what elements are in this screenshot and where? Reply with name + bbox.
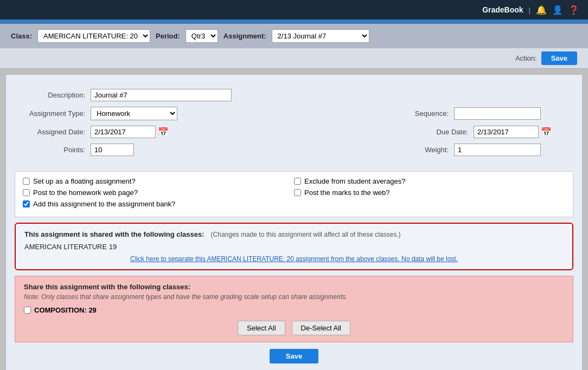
top-bar-separator: | [529,6,531,14]
assigned-date-input[interactable] [91,126,156,138]
accent-bar [0,20,588,24]
floating-checkbox[interactable] [23,178,30,185]
add-bank-checkbox-row: Add this assignment to the assignment ba… [23,200,294,208]
select-all-button[interactable]: Select All [238,321,285,335]
composition-29-label: COMPOSITION: 29 [34,306,97,314]
description-label: Description: [15,91,91,99]
post-marks-checkbox[interactable] [294,189,301,196]
shared-class-name: AMERICAN LITERATURE 19 [24,243,564,251]
class-select[interactable]: AMERICAN LITERATURE: 20 [37,29,150,43]
checkboxes-section: Set up as a floating assignment? Post to… [15,171,573,217]
assignment-label: Assignment: [223,32,266,40]
points-row: Points: Weight: [15,144,573,156]
class-label: Class: [11,32,32,40]
top-bar: GradeBook | 🔔 👤 ❓ [0,0,588,20]
post-homework-label: Post to the homework web page? [33,189,138,197]
main-content: Description: Assignment Type: Homework Q… [5,74,583,370]
action-bar: Action: Save [0,48,588,69]
add-bank-label: Add this assignment to the assignment ba… [33,200,175,208]
weight-label: Weight: [378,146,454,154]
post-homework-checkbox[interactable] [23,189,30,196]
post-marks-label: Post the marks to the web? [304,189,390,197]
points-label: Points: [15,146,91,154]
share-composition-row: COMPOSITION: 29 [24,306,564,314]
assigned-date-label: Assigned Date: [15,128,91,136]
checkboxes-two-col: Set up as a floating assignment? Post to… [23,177,565,211]
shared-box-title: This assignment is shared with the follo… [24,230,204,238]
exclude-label: Exclude from student averages? [304,177,405,185]
assignment-type-label: Assignment Type: [15,109,91,118]
floating-checkbox-row: Set up as a floating assignment? [23,177,294,185]
share-section-note: Note: Only classes that share assignment… [24,293,564,301]
points-input[interactable] [91,144,134,156]
period-select[interactable]: Qtr3 [186,29,218,43]
share-section: Share this assignment with the following… [15,276,573,342]
shared-box: This assignment is shared with the follo… [15,223,573,270]
description-row: Description: [15,89,573,101]
save-button[interactable]: Save [541,51,577,65]
help-icon[interactable]: ❓ [568,5,579,15]
share-buttons: Select All De-Select All [24,321,564,335]
shared-box-header: This assignment is shared with the follo… [24,230,564,238]
bell-icon[interactable]: 🔔 [536,5,547,15]
action-label: Action: [515,54,537,62]
user-icon[interactable]: 👤 [552,5,563,15]
assignment-type-select[interactable]: Homework Quiz Test Project [91,107,177,120]
assignment-type-row: Assignment Type: Homework Quiz Test Proj… [15,107,573,120]
weight-input[interactable] [454,144,541,156]
deselect-all-button[interactable]: De-Select All [292,321,350,335]
bottom-save-button[interactable]: Save [270,349,318,363]
composition-29-checkbox[interactable] [24,307,31,314]
due-date-calendar-icon[interactable]: 📅 [541,127,552,137]
checkboxes-right-col: Exclude from student averages? Post the … [294,177,565,211]
assigned-date-calendar-icon[interactable]: 📅 [158,127,169,137]
post-homework-checkbox-row: Post to the homework web page? [23,189,294,197]
app-title: GradeBook [482,5,523,14]
assignment-select[interactable]: 2/13 Journal #7 [272,29,369,43]
dates-row: Assigned Date: 📅 Due Date: 📅 [15,126,573,138]
bottom-save-container: Save [15,349,573,363]
exclude-checkbox-row: Exclude from student averages? [294,177,565,185]
sequence-label: Sequence: [378,109,454,118]
description-input[interactable] [91,89,232,101]
period-label: Period: [156,32,180,40]
separate-link[interactable]: Click here to separate this AMERICAN LIT… [24,255,564,263]
sequence-input[interactable] [454,107,541,120]
floating-label: Set up as a floating assignment? [33,177,136,185]
share-section-title: Share this assignment with the following… [24,283,564,291]
post-marks-checkbox-row: Post the marks to the web? [294,189,565,197]
form-section: Description: Assignment Type: Homework Q… [15,83,573,167]
add-bank-checkbox[interactable] [23,200,30,207]
due-date-input[interactable] [474,126,539,138]
toolbar: Class: AMERICAN LITERATURE: 20 Period: Q… [0,24,588,48]
due-date-label: Due Date: [398,128,474,136]
shared-box-note: (Changes made to this assignment will af… [211,231,401,238]
checkboxes-left-col: Set up as a floating assignment? Post to… [23,177,294,211]
exclude-checkbox[interactable] [294,178,301,185]
